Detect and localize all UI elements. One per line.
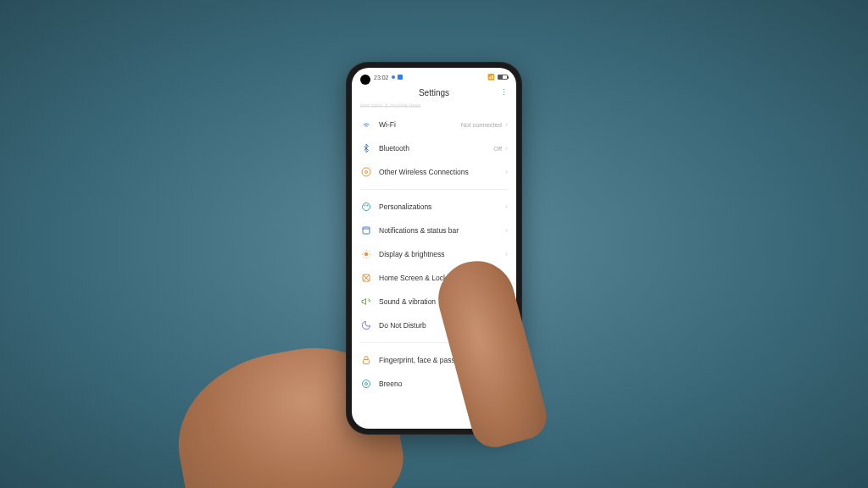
home-screen-icon [360, 272, 372, 284]
row-label: Display & brightness [379, 250, 505, 258]
sound-icon [360, 296, 372, 308]
svg-point-1 [363, 203, 370, 211]
camera-punch-hole [360, 75, 370, 85]
chevron-right-icon: › [505, 144, 508, 152]
moon-icon [360, 319, 372, 331]
lock-icon [360, 354, 372, 366]
row-label: Bluetooth [379, 144, 493, 152]
divider [360, 189, 508, 190]
status-app-icon [398, 75, 403, 80]
row-value: Not connected [461, 121, 502, 129]
brightness-icon [360, 248, 372, 260]
palette-icon [360, 201, 372, 213]
row-label: Wi-Fi [379, 120, 461, 129]
row-display[interactable]: Display & brightness › [352, 242, 516, 266]
row-label: Personalizations [379, 202, 505, 211]
chevron-right-icon: › [505, 226, 508, 235]
svg-rect-8 [364, 360, 370, 364]
status-time: 23:02 [374, 75, 389, 80]
battery-icon [498, 75, 508, 80]
chevron-right-icon: › [505, 202, 508, 211]
wireless-icon [360, 166, 372, 178]
header-menu-icon[interactable]: ⋮ [500, 88, 508, 97]
svg-point-10 [365, 383, 368, 385]
row-notifications[interactable]: Notifications & status bar › [352, 219, 516, 242]
row-personalizations[interactable]: Personalizations › [352, 195, 516, 219]
breeno-icon [360, 378, 372, 390]
svg-point-3 [367, 205, 368, 206]
svg-rect-4 [363, 227, 370, 234]
svg-point-6 [364, 252, 368, 256]
row-label: Notifications & status bar [379, 226, 505, 235]
status-bar: 23:02 📶 [352, 68, 516, 85]
svg-point-9 [363, 380, 370, 388]
row-bluetooth[interactable]: Bluetooth Off › [352, 136, 516, 160]
svg-point-2 [364, 205, 365, 206]
signal-icon: 📶 [487, 74, 495, 80]
chevron-right-icon: › [505, 168, 508, 176]
header: Settings ⋮ [352, 85, 516, 103]
status-notification-dot [392, 75, 395, 79]
notification-icon [360, 225, 372, 236]
bluetooth-icon [360, 142, 372, 154]
chevron-right-icon: › [505, 250, 508, 258]
row-value: Off [493, 145, 502, 152]
row-label: Other Wireless Connections [379, 168, 505, 176]
chevron-right-icon: › [505, 120, 508, 129]
page-title: Settings [352, 88, 516, 97]
wifi-icon [360, 119, 372, 130]
row-sim-card[interactable]: sim card & mobile data [352, 103, 516, 113]
row-wireless[interactable]: Other Wireless Connections › [352, 160, 516, 184]
svg-point-0 [365, 171, 368, 174]
row-wifi[interactable]: Wi-Fi Not connected › [352, 113, 516, 136]
row-label: sim card & mobile data [360, 103, 508, 109]
